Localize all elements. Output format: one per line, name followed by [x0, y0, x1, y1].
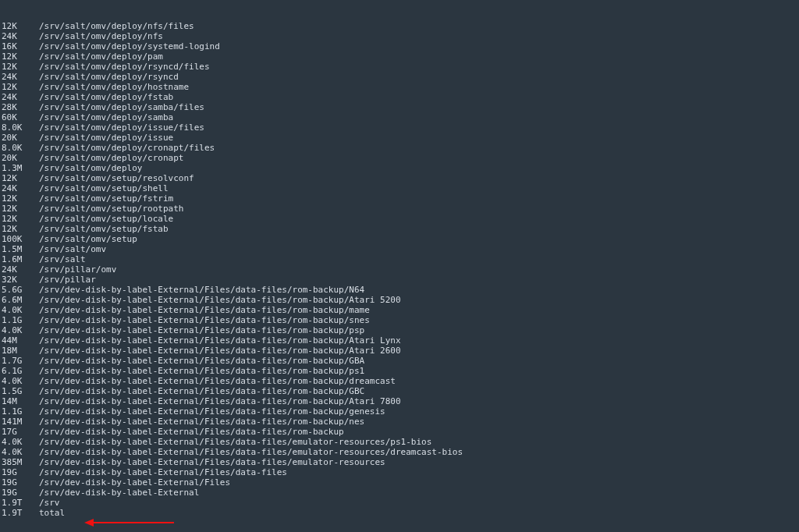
path-value: /srv/dev-disk-by-label-External/Files/da…: [39, 346, 797, 356]
path-value: total: [39, 508, 797, 518]
path-value: /srv/salt: [39, 254, 797, 264]
size-value: 1.1G: [2, 406, 39, 417]
output-row: 12K/srv/salt/omv/setup/resolvconf: [2, 173, 797, 183]
size-value: 6.6M: [2, 295, 39, 305]
size-value: 24K: [2, 183, 39, 193]
path-value: /srv/salt/omv: [39, 244, 797, 254]
size-value: 4.0K: [2, 305, 39, 315]
path-value: /srv/dev-disk-by-label-External/Files/da…: [39, 437, 797, 447]
output-row: 4.0K/srv/dev-disk-by-label-External/File…: [2, 447, 797, 457]
size-value: 141M: [2, 417, 39, 427]
size-value: 19G: [2, 477, 39, 488]
size-value: 1.9T: [2, 508, 39, 518]
path-value: /srv/salt/omv/deploy/nfs/files: [39, 21, 797, 31]
output-row: 12K/srv/salt/omv/setup/locale: [2, 214, 797, 224]
size-value: 100K: [2, 234, 39, 244]
output-row: 5.6G/srv/dev-disk-by-label-External/File…: [2, 285, 797, 295]
size-value: 12K: [2, 82, 39, 92]
path-value: /srv/salt/omv/setup/rootpath: [39, 204, 797, 214]
size-value: 1.9T: [2, 498, 39, 508]
path-value: /srv/dev-disk-by-label-External/Files/da…: [39, 356, 797, 366]
path-value: /srv/dev-disk-by-label-External/Files/da…: [39, 417, 797, 427]
size-value: 12K: [2, 224, 39, 234]
output-row: 4.0K/srv/dev-disk-by-label-External/File…: [2, 376, 797, 386]
path-value: /srv/dev-disk-by-label-External/Files/da…: [39, 406, 797, 417]
path-value: /srv/salt/omv/deploy/issue/files: [39, 122, 797, 133]
path-value: /srv/salt/omv/deploy/samba/files: [39, 102, 797, 112]
size-value: 20K: [2, 133, 39, 143]
size-value: 4.0K: [2, 437, 39, 447]
size-value: 44M: [2, 335, 39, 346]
size-value: 24K: [2, 72, 39, 82]
size-value: 18M: [2, 346, 39, 356]
path-value: /srv/salt/omv/deploy/rsyncd/files: [39, 62, 797, 72]
size-value: 17G: [2, 427, 39, 437]
path-value: /srv/dev-disk-by-label-External/Files/da…: [39, 376, 797, 386]
path-value: /srv/salt/omv/deploy/rsyncd: [39, 72, 797, 82]
path-value: /srv/salt/omv/deploy/pam: [39, 51, 797, 62]
size-value: 4.0K: [2, 376, 39, 386]
output-row: 12K/srv/salt/omv/deploy/pam: [2, 51, 797, 62]
output-row: 28K/srv/salt/omv/deploy/samba/files: [2, 102, 797, 112]
path-value: /srv/dev-disk-by-label-External/Files/da…: [39, 457, 797, 467]
output-row: 1.1G/srv/dev-disk-by-label-External/File…: [2, 315, 797, 325]
path-value: /srv/dev-disk-by-label-External/Files/da…: [39, 285, 797, 295]
output-row: 141M/srv/dev-disk-by-label-External/File…: [2, 417, 797, 427]
size-value: 19G: [2, 467, 39, 477]
output-row: 385M/srv/dev-disk-by-label-External/File…: [2, 457, 797, 467]
output-row: 19G/srv/dev-disk-by-label-External/Files: [2, 477, 797, 488]
output-row: 44M/srv/dev-disk-by-label-External/Files…: [2, 335, 797, 346]
output-row: 6.6M/srv/dev-disk-by-label-External/File…: [2, 295, 797, 305]
size-value: 4.0K: [2, 325, 39, 335]
path-value: /srv/dev-disk-by-label-External/Files/da…: [39, 427, 797, 437]
output-row: 12K/srv/salt/omv/setup/fstrim: [2, 193, 797, 204]
path-value: /srv/dev-disk-by-label-External/Files/da…: [39, 295, 797, 305]
path-value: /srv/pillar: [39, 275, 797, 285]
size-value: 12K: [2, 193, 39, 204]
size-value: 6.1G: [2, 366, 39, 376]
output-row: 1.9T/srv: [2, 498, 797, 508]
output-row: 1.5M/srv/salt/omv: [2, 244, 797, 254]
path-value: /srv/salt/omv/setup: [39, 234, 797, 244]
size-value: 4.0K: [2, 447, 39, 457]
output-row: 19G/srv/dev-disk-by-label-External: [2, 488, 797, 498]
output-row: 12K/srv/salt/omv/deploy/rsyncd/files: [2, 62, 797, 72]
output-row: 18M/srv/dev-disk-by-label-External/Files…: [2, 346, 797, 356]
output-row: 19G/srv/dev-disk-by-label-External/Files…: [2, 467, 797, 477]
output-row: 1.6M/srv/salt: [2, 254, 797, 264]
size-value: 60K: [2, 112, 39, 122]
size-value: 1.5M: [2, 244, 39, 254]
path-value: /srv/dev-disk-by-label-External: [39, 488, 797, 498]
size-value: 12K: [2, 51, 39, 62]
size-value: 24K: [2, 92, 39, 102]
size-value: 1.3M: [2, 163, 39, 173]
output-row: 16K/srv/salt/omv/deploy/systemd-logind: [2, 41, 797, 51]
output-row: 4.0K/srv/dev-disk-by-label-External/File…: [2, 305, 797, 315]
size-value: 1.5G: [2, 386, 39, 396]
output-row: 24K/srv/salt/omv/setup/shell: [2, 183, 797, 193]
output-row: 8.0K/srv/salt/omv/deploy/issue/files: [2, 122, 797, 133]
terminal-output[interactable]: 12K/srv/salt/omv/deploy/nfs/files24K/srv…: [0, 0, 799, 532]
path-value: /srv/dev-disk-by-label-External/Files/da…: [39, 386, 797, 396]
path-value: /srv: [39, 498, 797, 508]
output-row: 1.5G/srv/dev-disk-by-label-External/File…: [2, 386, 797, 396]
output-row: 12K/srv/salt/omv/setup/rootpath: [2, 204, 797, 214]
output-row: 24K/srv/salt/omv/deploy/rsyncd: [2, 72, 797, 82]
size-value: 28K: [2, 102, 39, 112]
path-value: /srv/salt/omv/setup/locale: [39, 214, 797, 224]
output-row: 24K/srv/salt/omv/deploy/nfs: [2, 31, 797, 41]
output-row: 12K/srv/salt/omv/deploy/hostname: [2, 82, 797, 92]
size-value: 12K: [2, 62, 39, 72]
path-value: /srv/salt/omv/deploy/systemd-logind: [39, 41, 797, 51]
path-value: /srv/salt/omv/setup/fstab: [39, 224, 797, 234]
path-value: /srv/salt/omv/deploy/issue: [39, 133, 797, 143]
path-value: /srv/salt/omv/deploy/samba: [39, 112, 797, 122]
output-row: 14M/srv/dev-disk-by-label-External/Files…: [2, 396, 797, 406]
size-value: 12K: [2, 21, 39, 31]
size-value: 1.6M: [2, 254, 39, 264]
path-value: /srv/dev-disk-by-label-External/Files/da…: [39, 396, 797, 406]
path-value: /srv/salt/omv/deploy/cronapt/files: [39, 143, 797, 153]
path-value: /srv/dev-disk-by-label-External/Files/da…: [39, 305, 797, 315]
output-row: 12K/srv/salt/omv/setup/fstab: [2, 224, 797, 234]
path-value: /srv/dev-disk-by-label-External/Files/da…: [39, 335, 797, 346]
